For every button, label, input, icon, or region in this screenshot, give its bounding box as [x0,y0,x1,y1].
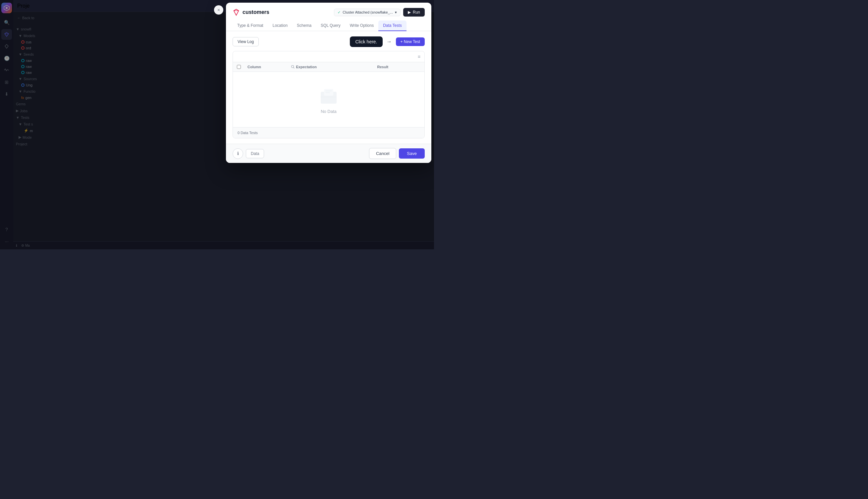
tab-write-options[interactable]: Write Options [345,21,378,31]
tab-sql-query[interactable]: SQL Query [316,21,345,31]
modal-body: View Log Click here. → + New Test ≡ [226,31,431,144]
run-button[interactable]: ▶ Run [403,8,425,16]
toolbar-row: View Log Click here. → + New Test [232,36,425,47]
search-icon [291,65,295,69]
modal-overlay: × customers ✓ Cluster Attached (snowflak… [0,0,434,250]
tooltip-arrow: → [387,39,392,45]
new-test-button[interactable]: + New Test [396,37,425,46]
no-data-text: No Data [321,109,337,114]
svg-rect-7 [325,92,330,93]
table-toolbar: ≡ [233,51,424,62]
tab-schema[interactable]: Schema [292,21,316,31]
view-log-button[interactable]: View Log [232,37,259,46]
modal-wrapper: × customers ✓ Cluster Attached (snowflak… [226,3,431,163]
tooltip-annotation: Click here. → + New Test [350,36,425,47]
data-button[interactable]: Data [246,149,264,158]
footer-left: ℹ Data [232,148,264,159]
table-footer: 0 Data Tests [233,127,424,138]
th-column: Column [248,65,291,69]
cluster-badge[interactable]: ✓ Cluster Attached (snowflake_... ▾ [334,9,400,16]
svg-point-2 [291,65,293,68]
cluster-label: Cluster Attached (snowflake_... [342,10,393,14]
cancel-button[interactable]: Cancel [369,148,396,159]
modal-header: customers ✓ Cluster Attached (snowflake_… [226,3,431,16]
no-data-icon [318,85,339,106]
table-filter-icon[interactable]: ≡ [418,54,420,59]
modal-dialog: customers ✓ Cluster Attached (snowflake_… [226,3,431,163]
cluster-chevron-icon: ▾ [395,10,397,15]
modal-title-row: customers [232,9,269,16]
tooltip-bubble: Click here. [350,36,382,47]
footer-right: Cancel Save [369,148,425,159]
table-header: Column Expectation Result [233,62,424,72]
info-icon: ℹ [237,151,239,156]
data-table: ≡ Column [232,51,425,138]
modal-gem-icon [232,9,240,16]
th-checkbox [237,65,248,69]
th-expectation: Expectation [291,65,377,69]
modal-title: customers [242,9,269,15]
modal-header-right: ✓ Cluster Attached (snowflake_... ▾ ▶ Ru… [334,8,425,16]
tab-type-format[interactable]: Type & Format [232,21,268,31]
select-all-checkbox[interactable] [237,65,241,69]
modal-close-button[interactable]: × [214,5,223,15]
tab-location[interactable]: Location [268,21,292,31]
tab-data-tests[interactable]: Data Tests [378,21,406,31]
svg-line-3 [293,68,294,69]
run-play-icon: ▶ [408,10,411,15]
svg-rect-6 [325,90,332,92]
modal-tabs: Type & Format Location Schema SQL Query … [226,21,431,31]
save-button[interactable]: Save [399,148,425,159]
modal-footer: ℹ Data Cancel Save [226,144,431,163]
table-body: No Data [233,72,424,127]
cluster-check-icon: ✓ [338,10,340,15]
th-result: Result [377,65,421,69]
info-button[interactable]: ℹ [232,148,243,159]
